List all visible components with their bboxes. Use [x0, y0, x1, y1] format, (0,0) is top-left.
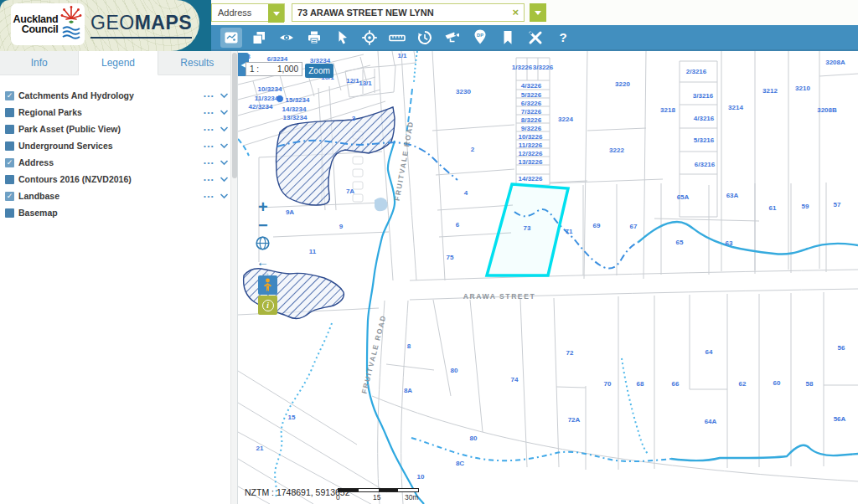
- chevron-down-icon[interactable]: [220, 176, 229, 183]
- scale-bar: 0 15 30m: [338, 488, 421, 501]
- layer-menu-icon[interactable]: •••: [204, 142, 214, 150]
- pointer-icon[interactable]: [331, 28, 353, 48]
- chevron-down-icon[interactable]: [220, 109, 229, 116]
- layer-menu-icon[interactable]: •••: [204, 193, 214, 200]
- brand-green-panel: AucklandCouncil: [0, 0, 199, 51]
- map-tools-icon[interactable]: [220, 28, 242, 48]
- history-icon[interactable]: [414, 28, 436, 48]
- layer-row: Park Asset (Public View)•••: [5, 121, 229, 137]
- layer-row: ✓Address•••: [5, 154, 229, 171]
- settings-icon[interactable]: [525, 28, 546, 48]
- locate-icon[interactable]: [359, 28, 380, 48]
- scale-bar-mid: 15: [373, 493, 380, 501]
- layer-checkbox[interactable]: ✓: [5, 192, 14, 201]
- chevron-down-icon[interactable]: [220, 159, 229, 166]
- chevron-down-icon[interactable]: [220, 142, 229, 149]
- street-view-pegman-button[interactable]: [258, 275, 277, 295]
- chevron-down-icon[interactable]: [220, 193, 229, 199]
- layer-menu-icon[interactable]: •••: [204, 92, 214, 100]
- map-canvas[interactable]: 2386/32343/32341/110/112/113/110/323411/…: [238, 51, 858, 504]
- chevron-down-icon: [273, 12, 280, 16]
- cctv-icon[interactable]: [442, 28, 463, 48]
- layer-row: ✓Catchments And Hydrology•••: [5, 87, 229, 104]
- zoom-out-button[interactable]: −: [258, 217, 268, 234]
- layer-label: Landbase: [18, 191, 59, 201]
- layer-label: Basemap: [18, 208, 58, 218]
- chevron-down-icon: [535, 11, 541, 15]
- search-row: Address ×: [211, 0, 858, 25]
- layer-label: Park Asset (Public View): [18, 124, 121, 134]
- scrollbar-thumb[interactable]: [232, 53, 237, 178]
- layer-checkbox[interactable]: ✓: [5, 158, 14, 167]
- sidebar-scrollbar[interactable]: [230, 51, 237, 504]
- print-icon[interactable]: [303, 28, 325, 48]
- layer-menu-icon[interactable]: •••: [204, 159, 214, 167]
- layer-checkbox[interactable]: [5, 208, 14, 218]
- layer-menu-icon[interactable]: •••: [204, 126, 214, 133]
- layer-row: Contours 2016 (NZVD2016)•••: [5, 171, 229, 188]
- layer-row: ✓Landbase•••: [5, 188, 229, 204]
- layer-label: Address: [18, 157, 54, 167]
- svg-text:DP: DP: [477, 33, 483, 38]
- layer-checkbox[interactable]: [5, 141, 14, 151]
- brand-panel: AucklandCouncil: [0, 0, 211, 51]
- tab-legend[interactable]: Legend: [79, 51, 158, 75]
- layer-row: Basemap: [5, 204, 229, 221]
- search-type-select[interactable]: Address: [211, 3, 285, 22]
- sidebar-tabs: InfoLegendResults: [0, 51, 237, 75]
- geomaps-app: Address × DP: [0, 0, 858, 504]
- chevron-down-icon[interactable]: [220, 92, 229, 99]
- layer-checkbox[interactable]: [5, 108, 14, 117]
- svg-text:?: ?: [559, 30, 566, 44]
- search-dropdown-button[interactable]: [530, 3, 546, 22]
- identify-info-button[interactable]: i: [258, 296, 277, 315]
- scale-prefix: 1 :: [250, 64, 259, 74]
- pond-area: [375, 198, 388, 211]
- parcel-boundaries: [238, 51, 858, 504]
- layer-list: ✓Catchments And Hydrology•••Regional Par…: [0, 75, 237, 221]
- search-input[interactable]: [297, 4, 499, 21]
- layer-label: Regional Parks: [18, 107, 82, 117]
- layer-checkbox[interactable]: [5, 125, 14, 134]
- scale-ratio-box[interactable]: 1 : 1,000: [246, 62, 302, 76]
- scale-bar-end: 30m: [405, 493, 419, 501]
- layer-label: Underground Services: [18, 141, 113, 151]
- zoom-button[interactable]: Zoom: [305, 64, 333, 78]
- layer-row: Underground Services•••: [5, 137, 229, 154]
- clear-search-icon[interactable]: ×: [512, 6, 519, 18]
- layer-checkbox[interactable]: [5, 175, 14, 184]
- visibility-icon[interactable]: [276, 28, 297, 48]
- chevron-down-icon[interactable]: [220, 126, 229, 132]
- selected-parcel-highlight[interactable]: [487, 184, 568, 275]
- sidebar: InfoLegendResults ✓Catchments And Hydrol…: [0, 51, 238, 504]
- auckland-council-logo: AucklandCouncil: [11, 3, 85, 45]
- select-dropdown-button[interactable]: [268, 4, 284, 23]
- info-icon: i: [262, 300, 274, 311]
- coordinate-readout: NZTM : 1748691, 5913652: [245, 487, 350, 497]
- search-input-wrap: ×: [292, 3, 525, 22]
- full-extent-button[interactable]: [256, 236, 270, 253]
- help-icon[interactable]: ?: [552, 28, 574, 48]
- measure-icon[interactable]: [386, 28, 408, 48]
- zoom-in-button[interactable]: +: [258, 198, 268, 215]
- pohutukawa-icon: [60, 5, 82, 44]
- layer-row: Regional Parks•••: [5, 104, 229, 121]
- bookmark-icon[interactable]: [497, 28, 519, 48]
- layer-menu-icon[interactable]: •••: [204, 109, 214, 116]
- dp-marker-icon[interactable]: DP: [469, 28, 491, 48]
- scale-value[interactable]: 1,000: [277, 64, 298, 74]
- tab-info[interactable]: Info: [0, 51, 79, 75]
- tab-results[interactable]: Results: [158, 51, 237, 75]
- layer-label: Contours 2016 (NZVD2016): [18, 174, 132, 184]
- layer-menu-icon[interactable]: •••: [204, 176, 214, 183]
- scale-bar-start: 0: [336, 493, 340, 501]
- search-type-value: Address: [218, 8, 251, 18]
- auckland-council-wordmark: AucklandCouncil: [13, 14, 59, 35]
- layer-label: Catchments And Hydrology: [18, 90, 134, 100]
- toolbar: DP ?: [211, 25, 858, 51]
- map-geometry: [238, 51, 858, 504]
- layers-icon[interactable]: [248, 28, 270, 48]
- app-header: Address × DP: [0, 0, 858, 51]
- layer-checkbox[interactable]: ✓: [5, 91, 14, 100]
- address-point-marker: [277, 95, 284, 103]
